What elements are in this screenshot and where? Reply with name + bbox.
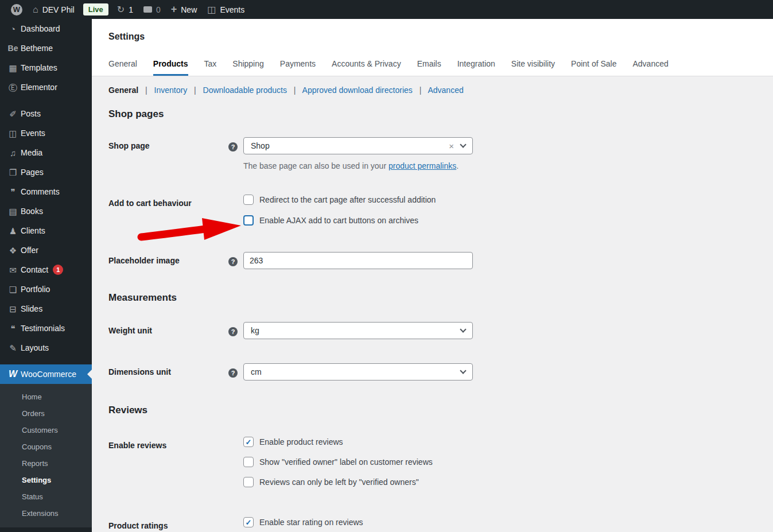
sidebar-item-layouts[interactable]: ✎ Layouts (0, 338, 92, 358)
shop-page-description: The base page can also be used in your p… (243, 161, 473, 170)
sidebar-item-woocommerce[interactable]: W WooCommerce (0, 364, 92, 384)
comments-link[interactable]: 0 (138, 0, 166, 19)
page-title: Settings (108, 32, 759, 42)
tab-payments[interactable]: Payments (280, 59, 316, 76)
sidebar-item-templates[interactable]: ▦ Templates (0, 58, 92, 77)
book-icon: ▤ (5, 207, 21, 216)
redirect-cart-option-label: Redirect to the cart page after successf… (259, 195, 436, 204)
sidebar-item-contact[interactable]: ✉ Contact 1 (0, 260, 92, 279)
sidebar-item-books[interactable]: ▤ Books (0, 201, 92, 221)
add-to-cart-row: Add to cart behaviour Redirect to the ca… (108, 195, 759, 226)
tab-advanced[interactable]: Advanced (632, 59, 668, 76)
sidebar-item-comments[interactable]: ❞ Comments (0, 182, 92, 201)
placeholder-image-input[interactable] (243, 252, 473, 269)
updates-icon: ↻ (117, 5, 125, 14)
submenu-item-reports[interactable]: Reports (0, 455, 92, 472)
clear-selection-icon[interactable]: × (449, 142, 454, 150)
contact-count-badge: 1 (53, 265, 63, 275)
submenu-item-customers[interactable]: Customers (0, 422, 92, 438)
sidebar-item-label: Portfolio (21, 285, 50, 294)
updates-link[interactable]: ↻ 1 (112, 0, 138, 19)
help-icon[interactable]: ? (228, 142, 238, 152)
site-name-link[interactable]: ⌂ DEV Phil (28, 0, 80, 19)
quote-icon: ❝ (5, 324, 21, 333)
ajax-add-to-cart-checkbox[interactable] (243, 215, 254, 226)
tab-general[interactable]: General (108, 59, 137, 76)
sidebar-item-dashboard[interactable]: ◔ Dashboard (0, 19, 92, 38)
sidebar-item-clients[interactable]: ♟ Clients (0, 221, 92, 240)
submenu-item-settings[interactable]: Settings (0, 472, 92, 488)
verified-owners-only-option-label: Reviews can only be left by "verified ow… (259, 477, 419, 487)
subnav-general[interactable]: General (108, 86, 138, 95)
star-rating-checkbox[interactable]: ✓ (243, 517, 254, 527)
tab-point-of-sale[interactable]: Point of Sale (571, 59, 616, 76)
submenu-item-coupons[interactable]: Coupons (0, 438, 92, 455)
admin-bar: W ⌂ DEV Phil Live ↻ 1 0 + New ◫ Events (0, 0, 773, 19)
settings-tabs: General Products Tax Shipping Payments A… (108, 59, 759, 76)
tab-tax[interactable]: Tax (204, 59, 217, 76)
betheme-icon: Be (5, 44, 21, 52)
help-icon[interactable]: ? (228, 257, 238, 266)
help-icon[interactable]: ? (228, 368, 238, 378)
submenu-item-extensions[interactable]: Extensions (0, 505, 92, 522)
wordpress-menu[interactable]: W (6, 0, 28, 19)
submenu-item-status[interactable]: Status (0, 488, 92, 505)
sidebar-item-media[interactable]: ♫ Media (0, 143, 92, 162)
verified-owners-only-checkbox[interactable] (243, 477, 254, 487)
shop-page-select[interactable]: Shop × (243, 137, 473, 154)
enable-reviews-label: Enable reviews (108, 437, 228, 450)
sidebar-item-label: Media (21, 148, 42, 157)
ajax-add-to-cart-option: Enable AJAX add to cart buttons on archi… (243, 215, 473, 226)
sidebar-item-events[interactable]: ◫ Events (0, 123, 92, 143)
new-label: New (181, 5, 197, 14)
sidebar-item-posts[interactable]: ✐ Posts (0, 104, 92, 123)
submenu-item-orders[interactable]: Orders (0, 405, 92, 422)
home-icon: ⌂ (33, 5, 38, 14)
tab-accounts-privacy[interactable]: Accounts & Privacy (332, 59, 401, 76)
sidebar-item-label: Betheme (21, 44, 53, 53)
sidebar-item-pages[interactable]: ❐ Pages (0, 162, 92, 182)
pencil-icon: ✎ (5, 344, 21, 352)
redirect-cart-checkbox[interactable] (243, 195, 254, 205)
new-content-menu[interactable]: + New (166, 0, 203, 19)
tab-products[interactable]: Products (153, 59, 188, 76)
tab-emails[interactable]: Emails (417, 59, 441, 76)
sidebar-item-offer[interactable]: ❖ Offer (0, 240, 92, 260)
dimensions-unit-select[interactable]: cm (243, 363, 473, 380)
sidebar-item-testimonials[interactable]: ❝ Testimonials (0, 319, 92, 338)
events-admin-link[interactable]: ◫ Events (202, 0, 250, 19)
weight-unit-row: Weight unit ? kg (108, 322, 759, 339)
verified-owner-label-checkbox[interactable] (243, 457, 254, 467)
check-icon: ✓ (246, 438, 252, 446)
wordpress-logo-icon: W (11, 4, 22, 15)
reviews-heading: Reviews (108, 405, 759, 416)
person-icon: ♟ (5, 227, 21, 235)
product-permalinks-link[interactable]: product permalinks (389, 161, 456, 170)
subnav-downloadable-products[interactable]: Downloadable products (203, 86, 287, 95)
sidebar-item-betheme[interactable]: Be Betheme (0, 38, 92, 58)
placeholder-image-row: Placeholder image ? (108, 252, 759, 269)
subnav-approved-download-directories[interactable]: Approved download directories (302, 86, 413, 95)
enable-product-reviews-checkbox[interactable]: ✓ (243, 437, 254, 447)
sidebar-item-portfolio[interactable]: ❏ Portfolio (0, 279, 92, 299)
chevron-down-icon (460, 141, 466, 147)
subnav-advanced[interactable]: Advanced (428, 86, 463, 95)
tab-integration[interactable]: Integration (457, 59, 495, 76)
dimensions-unit-value: cm (251, 367, 461, 376)
weight-unit-select[interactable]: kg (243, 322, 473, 339)
sidebar-item-label: Comments (21, 187, 60, 196)
enable-product-reviews-option-label: Enable product reviews (259, 437, 343, 446)
subnav-separator: | (419, 86, 422, 95)
subnav-inventory[interactable]: Inventory (154, 86, 188, 95)
shop-page-select-value: Shop (251, 141, 449, 150)
chevron-down-icon (460, 326, 466, 332)
subnav-separator: | (145, 86, 147, 95)
tab-shipping[interactable]: Shipping (232, 59, 264, 76)
sidebar-item-label: Books (21, 207, 43, 216)
submenu-item-home[interactable]: Home (0, 389, 92, 405)
sidebar-item-elementor[interactable]: Ⓔ Elementor (0, 77, 92, 97)
help-icon[interactable]: ? (228, 327, 238, 336)
sidebar-item-slides[interactable]: ⊟ Slides (0, 299, 92, 319)
tab-site-visibility[interactable]: Site visibility (511, 59, 555, 76)
folder-icon: ❏ (5, 285, 21, 294)
